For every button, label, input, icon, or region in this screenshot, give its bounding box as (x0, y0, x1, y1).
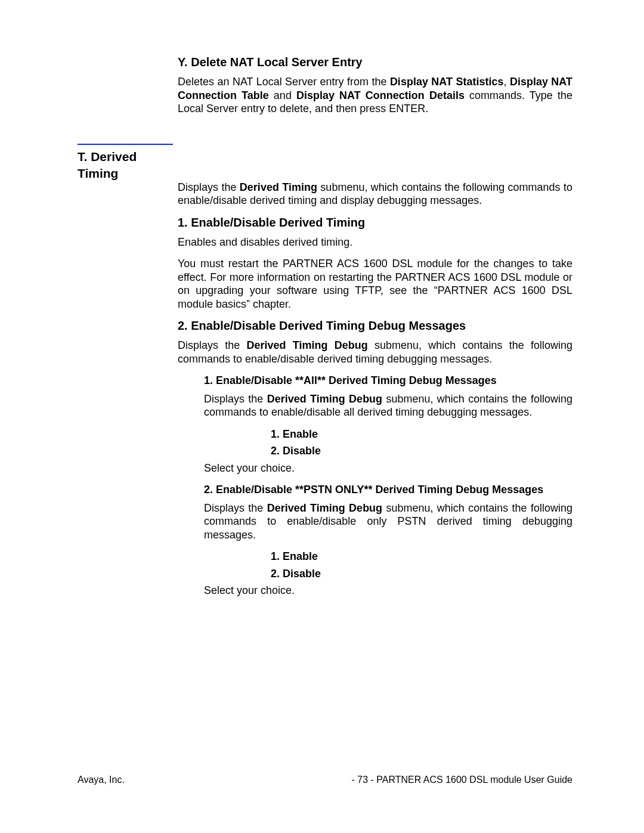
para-t2-sub1: Displays the Derived Timing Debug submen… (204, 392, 572, 419)
t2-sub1-disable: 2. Disable (271, 444, 572, 458)
page-footer: Avaya, Inc. - 73 - PARTNER ACS 1600 DSL … (78, 775, 572, 785)
t2-sub1-enable: 1. Enable (271, 428, 572, 441)
para-t2-intro: Displays the Derived Timing Debug submen… (178, 339, 572, 366)
heading-t2-sub2: 2. Enable/Disable **PSTN ONLY** Derived … (204, 483, 572, 497)
para-t2-sub1-choice: Select your choice. (204, 462, 572, 475)
heading-t1-enable-disable: 1. Enable/Disable Derived Timing (178, 216, 572, 230)
t2-sub2-enable: 1. Enable (271, 550, 572, 563)
t2-sub2-disable: 2. Disable (271, 567, 572, 581)
heading-y-delete-nat: Y. Delete NAT Local Server Entry (178, 55, 572, 69)
para-t1-2: You must restart the PARTNER ACS 1600 DS… (178, 257, 572, 311)
para-t2-sub2-choice: Select your choice. (204, 584, 572, 597)
para-t2-sub2: Displays the Derived Timing Debug submen… (204, 501, 572, 542)
footer-page-info: - 73 - PARTNER ACS 1600 DSL module User … (351, 775, 572, 785)
side-heading-line2: Timing (78, 166, 118, 180)
para-y-delete-nat: Deletes an NAT Local Server entry from t… (178, 75, 572, 116)
heading-t2-sub1: 1. Enable/Disable **All** Derived Timing… (204, 374, 572, 388)
footer-company: Avaya, Inc. (78, 775, 125, 785)
heading-t2-debug-messages: 2. Enable/Disable Derived Timing Debug M… (178, 319, 572, 333)
side-heading-derived-timing: T. Derived Timing (78, 144, 173, 182)
para-t1-1: Enables and disables derived timing. (178, 236, 572, 249)
para-t-intro: Displays the Derived Timing submenu, whi… (178, 181, 572, 208)
side-heading-line1: T. Derived (78, 150, 137, 163)
